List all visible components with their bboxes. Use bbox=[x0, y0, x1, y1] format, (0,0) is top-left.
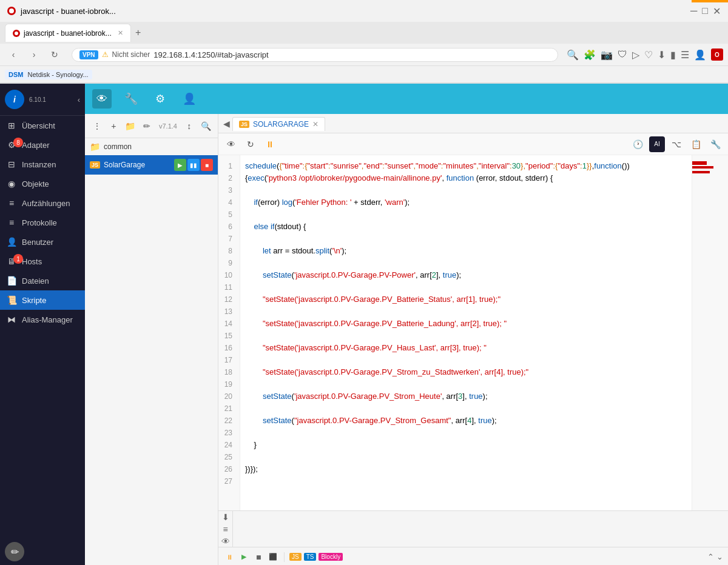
add-script-button[interactable]: + bbox=[107, 118, 121, 135]
toolbar-person-icon[interactable]: 👤 bbox=[180, 89, 199, 109]
line-num-12: 12 bbox=[221, 293, 237, 306]
close-icon[interactable]: ✕ bbox=[713, 5, 721, 17]
pause-button[interactable]: ⏸ bbox=[223, 551, 235, 563]
alias-icon: ⧓ bbox=[6, 315, 17, 324]
refresh-button[interactable]: ↻ bbox=[46, 46, 63, 63]
editor-refresh-button[interactable]: ↻ bbox=[243, 136, 258, 152]
forward-button[interactable]: › bbox=[25, 46, 42, 63]
sidebar-item-adapter[interactable]: ⚙ Adapter 8 bbox=[0, 135, 85, 155]
chevron-down-icon[interactable]: ⌄ bbox=[716, 552, 723, 561]
sidebar-bottom-button[interactable]: ✏ bbox=[5, 542, 24, 561]
sidebar-item-uebersicht[interactable]: ⊞ Übersicht bbox=[0, 116, 85, 135]
browser-chrome: javascript - buanet-iobrok... ─ □ ✕ java… bbox=[0, 0, 728, 84]
minimize-icon[interactable]: ─ bbox=[690, 5, 697, 16]
heart-icon[interactable]: ♡ bbox=[644, 49, 653, 61]
menu-button[interactable]: ⋮ bbox=[90, 118, 104, 135]
script-run-button[interactable]: ▶ bbox=[174, 159, 186, 171]
extensions-icon[interactable]: 🧩 bbox=[584, 49, 596, 61]
line-num-16: 16 bbox=[221, 342, 237, 354]
editor-clock-button[interactable]: 🕐 bbox=[630, 136, 645, 152]
stop-button[interactable]: ⏹ bbox=[252, 551, 265, 563]
tab-close-icon[interactable]: ✕ bbox=[118, 29, 123, 37]
list-item-common[interactable]: 📁 common bbox=[85, 138, 218, 155]
scripts-toolbar: ⋮ + 📁 ✏ v7.1.4 ↕ 🔍 bbox=[85, 114, 218, 138]
search-button[interactable]: 🔍 bbox=[198, 118, 213, 135]
new-tab-button[interactable]: + bbox=[131, 25, 146, 40]
sidebar-item-skripte[interactable]: 📜 Skripte bbox=[0, 290, 85, 310]
list-action-icon[interactable]: ≡ bbox=[223, 524, 228, 534]
editor-eye-button[interactable]: 👁 bbox=[223, 136, 239, 152]
list-item-solargarage[interactable]: JS SolarGarage ▶ ▮▮ ■ bbox=[85, 155, 218, 175]
sidebar-collapse-button[interactable]: ‹ bbox=[78, 95, 80, 104]
hosts-badge: 1 bbox=[13, 254, 23, 264]
sidebar-item-objekte[interactable]: ◉ Objekte bbox=[0, 174, 85, 193]
sidebar-item-dateien[interactable]: 📄 Dateien bbox=[0, 271, 85, 290]
code-line-27 bbox=[245, 475, 687, 487]
code-content-area: 1 2 3 4 5 6 7 8 9 10 11 12 13 14 bbox=[218, 155, 728, 510]
active-tab[interactable]: javascript - buanet-iobrok... ✕ bbox=[5, 24, 131, 42]
code-line-23 bbox=[245, 427, 687, 439]
code-line-21 bbox=[245, 403, 687, 415]
eye-action-icon[interactable]: 👁 bbox=[221, 537, 230, 546]
code-line-2: {exec('python3 /opt/iobroker/pygoodwe-ma… bbox=[245, 172, 687, 184]
play-button[interactable]: ▶ bbox=[238, 551, 250, 563]
sidebar-toggle-icon[interactable]: ▮ bbox=[670, 49, 676, 61]
sort-button[interactable]: ↕ bbox=[182, 118, 197, 135]
minimap bbox=[692, 155, 728, 510]
editor-more-button[interactable]: 🔧 bbox=[707, 136, 723, 152]
toolbar-settings-icon[interactable]: ⚙ bbox=[150, 89, 170, 109]
toolbar-eye-icon[interactable]: 👁 bbox=[92, 89, 112, 109]
enums-icon: ≡ bbox=[6, 198, 17, 208]
cast-icon[interactable]: ▷ bbox=[632, 49, 639, 61]
editor-back-button[interactable]: ◀ bbox=[221, 116, 232, 131]
code-line-13 bbox=[245, 306, 687, 318]
opera-favicon bbox=[7, 7, 16, 15]
code-line-16: "setState('javascript.0.PV-Garage.PV_Hau… bbox=[245, 342, 687, 354]
edit-button[interactable]: ✏ bbox=[140, 118, 155, 135]
warning-text: Nicht sicher bbox=[112, 50, 150, 59]
minimap-line-3 bbox=[692, 171, 728, 173]
search-icon[interactable]: 🔍 bbox=[567, 49, 579, 61]
editor-tabs: ◀ JS SOLARGARAGE ✕ bbox=[218, 114, 728, 133]
toolbar-wrench-icon[interactable]: 🔧 bbox=[121, 89, 141, 109]
editor-tab-solargarage[interactable]: JS SOLARGARAGE ✕ bbox=[232, 117, 325, 131]
camera-icon[interactable]: 📷 bbox=[601, 49, 613, 61]
sidebar-item-aufzaehlungen[interactable]: ≡ Aufzählungen bbox=[0, 193, 85, 213]
editor-pause-button[interactable]: ⏸ bbox=[262, 136, 278, 152]
sidebar-item-benutzer[interactable]: 👤 Benutzer bbox=[0, 232, 85, 252]
editor-clipboard-button[interactable]: 📋 bbox=[688, 136, 704, 152]
shield-icon[interactable]: 🛡 bbox=[618, 49, 627, 60]
code-line-25 bbox=[245, 451, 687, 463]
grid-icon: ⊞ bbox=[6, 121, 17, 130]
editor-branch-button[interactable]: ⌥ bbox=[669, 136, 684, 152]
add-folder-button[interactable]: 📁 bbox=[123, 118, 138, 135]
script-pause-button[interactable]: ▮▮ bbox=[187, 159, 200, 171]
pencil-icon: ✏ bbox=[11, 546, 19, 558]
debug-button[interactable]: ⬛ bbox=[267, 551, 279, 563]
chevron-up-icon[interactable]: ⌃ bbox=[707, 552, 714, 561]
menu-icon[interactable]: ☰ bbox=[681, 49, 689, 61]
tab-close-button[interactable]: ✕ bbox=[312, 120, 318, 129]
blockly-lang-badge[interactable]: Blockly bbox=[318, 553, 343, 561]
sidebar-item-alias-manager[interactable]: ⧓ Alias-Manager bbox=[0, 310, 85, 329]
line-num-24: 24 bbox=[221, 439, 237, 451]
line-num-11: 11 bbox=[221, 281, 237, 293]
line-num-19: 19 bbox=[221, 378, 237, 390]
code-line-8: let arr = stdout.split('\n'); bbox=[245, 245, 687, 257]
bookmarks-item[interactable]: DSM Netdisk - Synology... bbox=[5, 70, 92, 79]
profile-icon[interactable]: 👤 bbox=[694, 49, 706, 61]
sidebar-item-hosts[interactable]: 🖥 Hosts 1 bbox=[0, 252, 85, 271]
download-icon[interactable]: ⬇ bbox=[658, 49, 666, 61]
editor-ai-button[interactable]: AI bbox=[649, 136, 665, 152]
sidebar-item-protokolle[interactable]: ≡ Protokolle bbox=[0, 213, 85, 232]
back-button[interactable]: ‹ bbox=[5, 46, 22, 63]
sidebar-item-instanzen[interactable]: ⊟ Instanzen bbox=[0, 155, 85, 174]
js-lang-badge[interactable]: JS bbox=[289, 553, 302, 561]
opera-sidebar-icon[interactable]: O bbox=[711, 48, 723, 61]
maximize-icon[interactable]: □ bbox=[702, 5, 708, 16]
code-lines[interactable]: schedule({"time":{"start":"sunrise","end… bbox=[240, 155, 692, 510]
ts-lang-badge[interactable]: TS bbox=[304, 553, 317, 561]
download-action-icon[interactable]: ⬇ bbox=[222, 512, 229, 522]
address-bar[interactable]: VPN ⚠ Nicht sicher 192.168.1.4:1250/#tab… bbox=[72, 48, 558, 62]
script-stop-button[interactable]: ■ bbox=[201, 159, 213, 171]
